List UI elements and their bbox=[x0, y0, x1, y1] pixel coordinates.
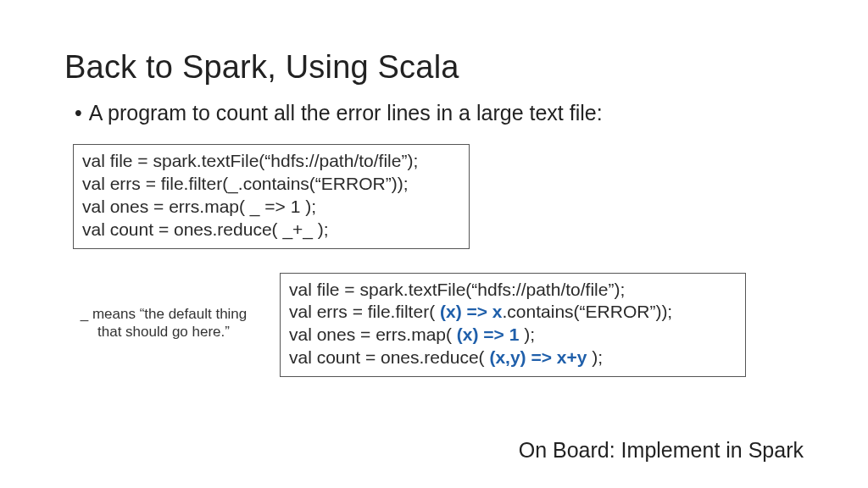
code-line: val errs = file.filter(_.contains(“ERROR… bbox=[82, 173, 460, 196]
code-highlight: (x) => 1 bbox=[457, 324, 520, 344]
code-text: val ones = errs.map( bbox=[289, 324, 457, 344]
row-expanded: _ means “the default thing that should g… bbox=[64, 273, 804, 378]
code-line: val ones = errs.map( (x) => 1 ); bbox=[289, 324, 737, 347]
slide: Back to Spark, Using Scala • A program t… bbox=[0, 0, 868, 488]
slide-title: Back to Spark, Using Scala bbox=[64, 49, 804, 86]
side-note-line: _ means “the default thing bbox=[64, 305, 263, 323]
code-highlight: (x) => x bbox=[440, 302, 503, 321]
code-text: val errs = file.filter( bbox=[289, 302, 440, 321]
bullet-item: • A program to count all the error lines… bbox=[64, 101, 804, 125]
bullet-dot-icon: • bbox=[75, 101, 82, 125]
code-text: .contains(“ERROR”)); bbox=[503, 302, 673, 321]
code-line: val errs = file.filter( (x) => x.contain… bbox=[289, 301, 737, 324]
code-line: val ones = errs.map( _ => 1 ); bbox=[82, 196, 460, 219]
code-highlight: (x,y) => x+y bbox=[489, 347, 587, 367]
code-text: val count = ones.reduce( bbox=[289, 347, 489, 367]
side-note: _ means “the default thing that should g… bbox=[64, 273, 271, 341]
code-block-shorthand: val file = spark.textFile(“hdfs://path/t… bbox=[73, 144, 470, 249]
code-line: val file = spark.textFile(“hdfs://path/t… bbox=[289, 279, 737, 302]
code-line: val count = ones.reduce( (x,y) => x+y ); bbox=[289, 347, 737, 369]
code-line: val file = spark.textFile(“hdfs://path/t… bbox=[82, 150, 460, 173]
code-block-expanded: val file = spark.textFile(“hdfs://path/t… bbox=[280, 273, 746, 378]
bullet-text: A program to count all the error lines i… bbox=[89, 101, 603, 125]
code-text: ); bbox=[519, 324, 535, 344]
code-line: val count = ones.reduce( _+_ ); bbox=[82, 219, 460, 241]
code-text: ); bbox=[587, 347, 603, 367]
side-note-line: that should go here.” bbox=[64, 323, 263, 341]
footer-note: On Board: Implement in Spark bbox=[519, 438, 804, 463]
